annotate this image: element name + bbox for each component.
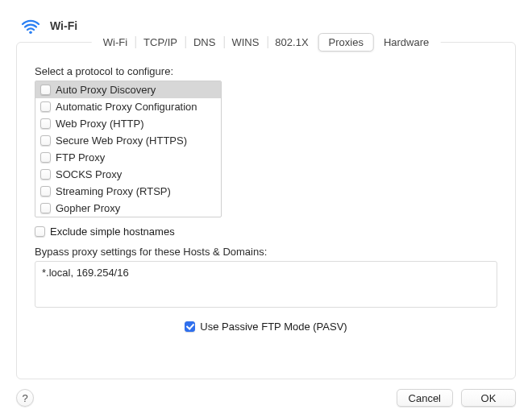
- protocol-label: Web Proxy (HTTP): [56, 118, 144, 130]
- protocol-check-socks-proxy[interactable]: [40, 169, 51, 180]
- passive-ftp-label: Use Passive FTP Mode (PASV): [200, 321, 347, 333]
- exclude-simple-label: Exclude simple hostnames: [50, 226, 175, 238]
- protocol-check-auto-config[interactable]: [40, 101, 51, 112]
- wifi-icon: [19, 14, 42, 37]
- tab-bar: Wi-Fi TCP/IP DNS WINS 802.1X Proxies Har…: [92, 34, 441, 51]
- tab-dns[interactable]: DNS: [185, 34, 223, 51]
- exclude-simple-checkbox[interactable]: [35, 226, 45, 237]
- protocol-row-ftp-proxy[interactable]: FTP Proxy: [35, 149, 221, 166]
- protocol-row-web-proxy[interactable]: Web Proxy (HTTP): [35, 115, 221, 132]
- svg-point-0: [29, 31, 32, 34]
- passive-ftp-checkbox[interactable]: [185, 321, 195, 332]
- tab-hardware[interactable]: Hardware: [376, 34, 437, 51]
- tab-wins[interactable]: WINS: [223, 34, 267, 51]
- tab-wifi[interactable]: Wi-Fi: [95, 34, 135, 51]
- help-button[interactable]: ?: [16, 389, 34, 407]
- protocol-row-auto-discovery[interactable]: Auto Proxy Discovery: [35, 81, 221, 98]
- bypass-label: Bypass proxy settings for these Hosts & …: [35, 246, 497, 258]
- protocol-check-streaming-proxy[interactable]: [40, 186, 51, 197]
- protocol-label: Automatic Proxy Configuration: [56, 101, 197, 113]
- protocol-label: Auto Proxy Discovery: [56, 84, 156, 96]
- network-prefs-window: Wi-Fi Wi-Fi TCP/IP DNS WINS 802.1X Proxi…: [0, 0, 532, 418]
- protocol-list[interactable]: Auto Proxy Discovery Automatic Proxy Con…: [35, 81, 222, 217]
- protocol-label: Gopher Proxy: [56, 202, 120, 214]
- protocol-check-ftp-proxy[interactable]: [40, 152, 51, 163]
- protocol-check-web-proxy[interactable]: [40, 118, 51, 129]
- protocol-section-label: Select a protocol to configure:: [35, 65, 497, 77]
- protocol-label: FTP Proxy: [56, 151, 105, 163]
- tab-proxies[interactable]: Proxies: [318, 33, 374, 52]
- protocol-row-gopher-proxy[interactable]: Gopher Proxy: [35, 200, 221, 217]
- protocol-row-auto-config[interactable]: Automatic Proxy Configuration: [35, 98, 221, 115]
- footer: ? Cancel OK: [16, 389, 516, 407]
- passive-ftp-mode[interactable]: Use Passive FTP Mode (PASV): [35, 321, 497, 333]
- protocol-label: Secure Web Proxy (HTTPS): [56, 135, 187, 147]
- protocol-label: Streaming Proxy (RTSP): [56, 185, 171, 197]
- tab-tcpip[interactable]: TCP/IP: [135, 34, 185, 51]
- bypass-hosts-input[interactable]: [35, 261, 497, 308]
- cancel-button[interactable]: Cancel: [397, 389, 453, 407]
- tab-8021x[interactable]: 802.1X: [267, 34, 316, 51]
- protocol-check-auto-discovery[interactable]: [40, 85, 51, 95]
- protocol-label: SOCKS Proxy: [56, 168, 122, 180]
- protocol-row-socks-proxy[interactable]: SOCKS Proxy: [35, 166, 221, 183]
- ok-button[interactable]: OK: [461, 389, 516, 407]
- protocol-check-gopher-proxy[interactable]: [40, 203, 51, 213]
- page-title: Wi-Fi: [50, 19, 77, 32]
- protocol-row-streaming-proxy[interactable]: Streaming Proxy (RTSP): [35, 183, 221, 200]
- protocol-check-secure-web-proxy[interactable]: [40, 135, 51, 146]
- protocol-row-secure-web-proxy[interactable]: Secure Web Proxy (HTTPS): [35, 132, 221, 149]
- exclude-simple-hostnames[interactable]: Exclude simple hostnames: [35, 226, 497, 238]
- settings-panel: Wi-Fi TCP/IP DNS WINS 802.1X Proxies Har…: [16, 42, 516, 379]
